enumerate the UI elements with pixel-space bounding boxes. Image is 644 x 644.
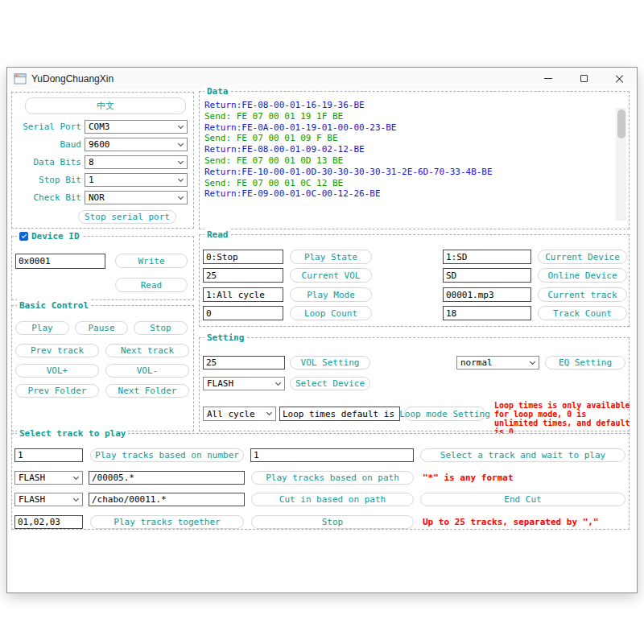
play-state-value[interactable] bbox=[203, 250, 283, 264]
play-mode-button[interactable]: Play Mode bbox=[290, 287, 372, 302]
path-input[interactable] bbox=[89, 471, 245, 485]
log-line: Send: FE 07 00 01 0C 12 BE bbox=[204, 178, 608, 189]
cut-path-input[interactable] bbox=[89, 493, 245, 506]
stop-bit-select[interactable]: 1 bbox=[85, 173, 188, 187]
play-button[interactable]: Play bbox=[15, 321, 69, 335]
play-together-button[interactable]: Play tracks together bbox=[90, 515, 244, 529]
close-button[interactable] bbox=[601, 68, 637, 89]
maximize-button[interactable] bbox=[566, 68, 601, 89]
current-device-value[interactable] bbox=[443, 250, 531, 264]
current-vol-value[interactable] bbox=[203, 268, 283, 283]
wait-track-input[interactable] bbox=[250, 448, 414, 462]
device-select-value: FLASH bbox=[207, 378, 233, 389]
path-device-value: FLASH bbox=[19, 473, 45, 483]
loop-mode-setting-button[interactable]: Loop mode Setting bbox=[404, 407, 485, 421]
cut-device-select[interactable]: FLASH bbox=[14, 493, 83, 506]
prev-track-button[interactable]: Prev track bbox=[15, 344, 99, 357]
loop-count-button[interactable]: Loop Count bbox=[290, 306, 372, 320]
device-id-panel: Device ID Write Read bbox=[11, 236, 194, 300]
play-state-button[interactable]: Play State bbox=[290, 250, 372, 264]
serial-port-label: Serial Port bbox=[12, 120, 81, 134]
serial-port-value: COM3 bbox=[89, 122, 110, 132]
basic-control-panel: Basic Control Play Pause Stop Prev track… bbox=[11, 305, 194, 431]
device-select[interactable]: FLASH bbox=[203, 377, 285, 390]
log-line: Return:FE-08-00-01-16-19-36-BE bbox=[204, 100, 608, 111]
chevron-down-icon bbox=[178, 159, 184, 164]
minimize-icon bbox=[544, 78, 552, 79]
vol-setting-input[interactable] bbox=[203, 356, 285, 369]
device-id-input[interactable] bbox=[15, 254, 105, 269]
minimize-button[interactable] bbox=[530, 68, 566, 89]
stop-button[interactable]: Stop bbox=[134, 321, 188, 335]
current-track-value[interactable] bbox=[443, 287, 531, 302]
track-number-input[interactable] bbox=[14, 448, 83, 462]
end-cut-button[interactable]: End Cut bbox=[420, 493, 625, 506]
log-line: Return:FE-08-00-01-09-02-12-BE bbox=[204, 144, 608, 155]
eq-value: normal bbox=[460, 357, 493, 368]
read-panel-title: Read bbox=[204, 229, 231, 241]
play-by-number-button[interactable]: Play tracks based on number bbox=[90, 448, 244, 462]
together-note: Up to 25 tracks, separated by "," bbox=[423, 517, 599, 527]
stop-serial-port-button[interactable]: Stop serial port bbox=[78, 210, 176, 224]
vol-up-button[interactable]: VOL+ bbox=[15, 364, 99, 378]
online-device-button[interactable]: Online Device bbox=[538, 268, 627, 283]
select-device-button[interactable]: Select Device bbox=[290, 377, 370, 390]
loop-times-input[interactable] bbox=[279, 407, 400, 421]
setting-panel-title: Setting bbox=[204, 332, 246, 344]
pause-button[interactable]: Pause bbox=[75, 321, 128, 335]
log-scrollbar-thumb[interactable] bbox=[617, 109, 625, 138]
vol-setting-button[interactable]: VOL Setting bbox=[290, 356, 370, 369]
prev-folder-button[interactable]: Prev Folder bbox=[15, 384, 99, 398]
next-track-button[interactable]: Next track bbox=[105, 344, 189, 357]
cut-device-value: FLASH bbox=[19, 494, 45, 505]
log-line: Send: FE 07 00 01 19 1F BE bbox=[204, 111, 608, 122]
chevron-down-icon bbox=[178, 176, 184, 182]
chevron-down-icon bbox=[73, 496, 79, 502]
check-bit-value: NOR bbox=[89, 192, 105, 203]
next-folder-button[interactable]: Next Folder bbox=[105, 384, 189, 398]
device-id-header: Device ID bbox=[17, 230, 82, 242]
check-bit-select[interactable]: NOR bbox=[85, 191, 188, 204]
data-bits-label: Data Bits bbox=[12, 155, 81, 169]
stop-bit-value: 1 bbox=[89, 175, 94, 185]
baud-select[interactable]: 9600 bbox=[85, 138, 188, 151]
eq-select[interactable]: normal bbox=[456, 356, 539, 369]
device-id-read-button[interactable]: Read bbox=[115, 278, 188, 292]
log-scrollbar[interactable] bbox=[616, 108, 626, 221]
vol-down-button[interactable]: VOL- bbox=[105, 364, 189, 378]
together-stop-button[interactable]: Stop bbox=[251, 515, 414, 529]
app-icon bbox=[14, 73, 27, 85]
play-by-path-button[interactable]: Play tracks based on path bbox=[251, 471, 414, 485]
cut-in-button[interactable]: Cut in based on path bbox=[251, 493, 414, 506]
current-device-button[interactable]: Current Device bbox=[538, 250, 627, 264]
log-line: Send: FE 07 00 01 09 F BE bbox=[204, 133, 608, 144]
data-bits-select[interactable]: 8 bbox=[85, 155, 188, 169]
loop-mode-note: Loop times is only available for loop mo… bbox=[494, 401, 633, 436]
current-vol-button[interactable]: Current VOL bbox=[290, 268, 372, 283]
loop-mode-select[interactable]: All cycle bbox=[203, 407, 276, 421]
titlebar: YuDongChuangXin bbox=[7, 68, 637, 89]
check-icon bbox=[21, 233, 26, 237]
select-and-wait-button[interactable]: Select a track and wait to play bbox=[420, 448, 625, 462]
tracks-together-input[interactable] bbox=[14, 515, 83, 529]
track-count-button[interactable]: Track Count bbox=[538, 306, 627, 320]
serial-port-select[interactable]: COM3 bbox=[85, 120, 188, 134]
maximize-icon bbox=[580, 75, 588, 82]
chevron-down-icon bbox=[178, 141, 184, 147]
device-id-write-button[interactable]: Write bbox=[115, 254, 188, 268]
stop-bit-label: Stop Bit bbox=[12, 173, 81, 187]
window-controls bbox=[530, 68, 637, 89]
serial-log-output[interactable]: Return:FE-08-00-01-16-19-36-BE Send: FE … bbox=[204, 100, 608, 224]
track-count-value[interactable] bbox=[443, 306, 531, 320]
current-track-button[interactable]: Current track bbox=[538, 287, 627, 302]
window-title: YuDongChuangXin bbox=[31, 73, 114, 85]
play-mode-value[interactable] bbox=[203, 287, 283, 302]
eq-setting-button[interactable]: EQ Setting bbox=[545, 356, 625, 369]
select-track-title: Select track to play bbox=[17, 427, 128, 440]
device-id-checkbox[interactable] bbox=[19, 232, 28, 241]
chevron-down-icon bbox=[530, 359, 535, 365]
online-device-value[interactable] bbox=[443, 268, 531, 283]
loop-count-value[interactable] bbox=[203, 306, 283, 320]
language-toggle-button[interactable]: 中文 bbox=[25, 97, 186, 114]
path-device-select[interactable]: FLASH bbox=[14, 471, 83, 485]
